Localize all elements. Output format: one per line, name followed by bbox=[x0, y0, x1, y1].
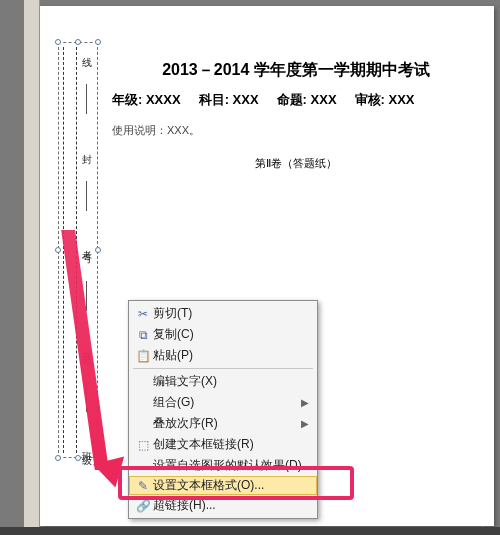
menu-label: 设置自选图形的默认效果(D) bbox=[153, 457, 309, 474]
grade-field: 年级: XXXX bbox=[112, 91, 181, 109]
resize-handle[interactable] bbox=[95, 39, 101, 45]
resize-handle[interactable] bbox=[95, 247, 101, 253]
resize-handle[interactable] bbox=[75, 455, 81, 461]
seal-divider bbox=[86, 84, 87, 114]
resize-handle[interactable] bbox=[55, 455, 61, 461]
link-icon: ⬚ bbox=[133, 438, 153, 452]
review-field: 审核: XXX bbox=[355, 91, 415, 109]
menu-label: 组合(G) bbox=[153, 394, 301, 411]
menu-label: 粘贴(P) bbox=[153, 347, 309, 364]
usage-note: 使用说明：XXX。 bbox=[112, 123, 480, 138]
menu-separator bbox=[133, 368, 313, 369]
exam-title: 2013－2014 学年度第一学期期中考试 bbox=[112, 60, 480, 81]
menu-label: 超链接(H)... bbox=[153, 497, 309, 514]
menu-hyperlink[interactable]: 🔗 超链接(H)... bbox=[129, 495, 317, 516]
resize-handle[interactable] bbox=[55, 39, 61, 45]
menu-format-textbox[interactable]: ✎ 设置文本框格式(O)... bbox=[129, 476, 317, 495]
menu-label: 复制(C) bbox=[153, 326, 309, 343]
menu-order[interactable]: 叠放次序(R) ▶ bbox=[129, 413, 317, 434]
menu-set-default-shape[interactable]: 设置自选图形的默认效果(D) bbox=[129, 455, 317, 476]
exam-info-row: 年级: XXXX 科目: XXX 命题: XXX 审核: XXX bbox=[112, 91, 480, 109]
menu-label: 剪切(T) bbox=[153, 305, 309, 322]
status-bar bbox=[0, 527, 500, 535]
menu-group[interactable]: 组合(G) ▶ bbox=[129, 392, 317, 413]
document-body: 2013－2014 学年度第一学期期中考试 年级: XXXX 科目: XXX 命… bbox=[112, 46, 480, 171]
menu-label: 创建文本框链接(R) bbox=[153, 436, 309, 453]
paste-icon: 📋 bbox=[133, 349, 153, 363]
seal-label: 线 bbox=[79, 49, 93, 53]
scissors-icon: ✂ bbox=[133, 307, 153, 321]
hyperlink-icon: 🔗 bbox=[133, 499, 153, 513]
menu-copy[interactable]: ⧉ 复制(C) bbox=[129, 324, 317, 345]
context-menu[interactable]: ✂ 剪切(T) ⧉ 复制(C) 📋 粘贴(P) 编辑文字(X) 组合(G) ▶ … bbox=[128, 300, 318, 519]
submenu-arrow-icon: ▶ bbox=[301, 397, 309, 408]
menu-cut[interactable]: ✂ 剪切(T) bbox=[129, 303, 317, 324]
seal-label: 封 bbox=[79, 146, 93, 150]
menu-create-textbox-link[interactable]: ⬚ 创建文本框链接(R) bbox=[129, 434, 317, 455]
subject-field: 科目: XXX bbox=[199, 91, 259, 109]
resize-handle[interactable] bbox=[55, 247, 61, 253]
author-field: 命题: XXX bbox=[277, 91, 337, 109]
menu-paste[interactable]: 📋 粘贴(P) bbox=[129, 345, 317, 366]
format-icon: ✎ bbox=[133, 479, 153, 493]
resize-handle[interactable] bbox=[75, 39, 81, 45]
seal-divider bbox=[86, 181, 87, 211]
submenu-arrow-icon: ▶ bbox=[301, 418, 309, 429]
copy-icon: ⧉ bbox=[133, 328, 153, 342]
menu-label: 叠放次序(R) bbox=[153, 415, 301, 432]
app-viewport: 线 封 考号 姓名 班级 2013－2014 学年度第一学期期中考试 年级: X… bbox=[0, 0, 500, 535]
menu-label: 设置文本框格式(O)... bbox=[153, 477, 309, 494]
menu-edit-text[interactable]: 编辑文字(X) bbox=[129, 371, 317, 392]
vertical-ruler bbox=[24, 0, 40, 535]
seal-label: 考号 bbox=[79, 242, 93, 250]
menu-label: 编辑文字(X) bbox=[153, 373, 309, 390]
section-header: 第Ⅱ卷（答题纸） bbox=[112, 156, 480, 171]
